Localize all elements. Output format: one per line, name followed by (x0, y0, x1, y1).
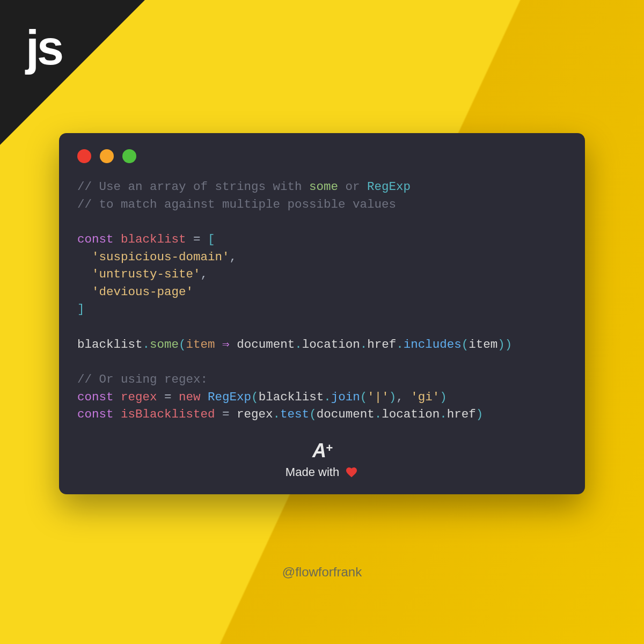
aplus-logo: A+ (312, 440, 332, 462)
method-includes: includes (404, 338, 462, 352)
heart-icon (345, 466, 358, 479)
comment-text: // to match against multiple possible va… (77, 197, 396, 211)
parameter: item (469, 338, 497, 352)
keyword-const: const (77, 390, 114, 404)
author-handle: @flowforfrank (0, 565, 644, 580)
minimize-icon[interactable] (100, 149, 114, 163)
footer-badge: A+ Made with (77, 440, 567, 479)
code-block: // Use an array of strings with some or … (77, 178, 567, 423)
identifier: location (302, 338, 360, 352)
close-icon[interactable] (77, 149, 91, 163)
punctuation: , (230, 250, 237, 264)
operator: = (157, 390, 179, 404)
corner-triangle (0, 0, 145, 145)
bracket: ] (77, 302, 85, 316)
class-regexp: RegExp (208, 390, 251, 404)
string-literal: 'suspicious-domain' (92, 250, 230, 264)
made-with-label: Made with (77, 465, 567, 479)
window-traffic-lights (77, 149, 567, 163)
variable: blacklist (259, 390, 324, 404)
aplus-plus: + (326, 441, 332, 455)
identifier: document (317, 407, 375, 421)
keyword-const: const (77, 232, 114, 246)
variable: isBlacklisted (121, 407, 215, 421)
method-test: test (280, 407, 309, 421)
string-literal: 'devious-page' (92, 285, 193, 299)
comment-text: or (338, 180, 367, 194)
keyword-some: some (309, 180, 338, 194)
made-with-text: Made with (286, 465, 339, 479)
bracket: [ (208, 232, 215, 246)
operator: = (186, 232, 208, 246)
punctuation: , (201, 267, 208, 281)
operator: = (215, 407, 237, 421)
maximize-icon[interactable] (122, 149, 136, 163)
variable: regex (121, 390, 157, 404)
identifier: href (367, 338, 396, 352)
arrow-operator: ⇒ (215, 338, 237, 352)
js-logo: js (26, 20, 62, 76)
punctuation: , (396, 390, 404, 404)
variable: blacklist (121, 232, 186, 246)
variable: regex (237, 407, 273, 421)
parameter: item (186, 338, 215, 352)
identifier: document (237, 338, 295, 352)
keyword-regexp: RegExp (367, 180, 411, 194)
comment-text: // Use an array of strings with (77, 180, 309, 194)
keyword-new: new (179, 390, 201, 404)
method-some: some (150, 338, 179, 352)
variable: blacklist (77, 338, 143, 352)
comment-text: // Or using regex: (77, 372, 208, 386)
string-literal: 'gi' (411, 390, 440, 404)
keyword-const: const (77, 407, 114, 421)
string-literal: '|' (367, 390, 389, 404)
aplus-a: A (312, 440, 325, 462)
identifier: location (382, 407, 440, 421)
string-literal: 'untrusty-site' (92, 267, 201, 281)
method-join: join (331, 390, 360, 404)
identifier: href (447, 407, 476, 421)
code-window: // Use an array of strings with some or … (59, 133, 585, 494)
